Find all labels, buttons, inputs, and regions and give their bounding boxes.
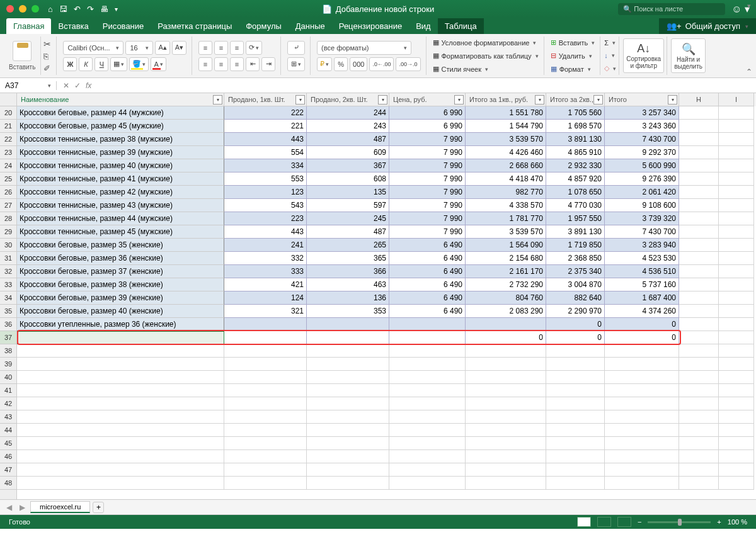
cell[interactable] — [679, 437, 719, 450]
cell[interactable]: 0 — [546, 318, 605, 331]
cell[interactable] — [307, 371, 389, 384]
cell[interactable]: 4 536 510 — [605, 265, 679, 278]
cell[interactable]: 1 781 770 — [466, 212, 546, 225]
cell[interactable]: Кроссовки теннисные, размер 44 (мужские) — [17, 212, 224, 225]
cell[interactable]: 3 243 360 — [605, 120, 679, 133]
cell[interactable]: 597 — [307, 199, 389, 212]
font-size-select[interactable]: 16▾ — [125, 41, 153, 55]
cell[interactable]: 6 490 — [389, 278, 466, 291]
cell[interactable] — [307, 344, 389, 358]
row-header[interactable]: 45 — [0, 437, 16, 450]
cell[interactable] — [546, 397, 605, 410]
column-header[interactable]: Итого▾ — [605, 93, 679, 106]
cell[interactable] — [389, 358, 466, 371]
cell[interactable]: Кроссовки беговые, размер 37 (женские) — [17, 265, 224, 278]
cell[interactable] — [546, 477, 605, 490]
cell[interactable]: 4 865 910 — [546, 146, 605, 159]
copy-icon[interactable]: ⎘ — [43, 52, 51, 61]
cell[interactable] — [719, 410, 754, 424]
comma-style-icon[interactable]: 000 — [350, 57, 367, 71]
cell[interactable] — [224, 344, 307, 358]
row-header[interactable]: 27 — [0, 199, 16, 212]
cell[interactable]: Кроссовки беговые, размер 39 (женские) — [17, 291, 224, 305]
cell[interactable] — [719, 159, 754, 172]
fill-color-button[interactable]: 🪣▾ — [129, 57, 149, 71]
cell[interactable] — [679, 120, 719, 133]
add-sheet-button[interactable]: + — [93, 502, 104, 513]
cell[interactable]: Кроссовки беговые, размер 40 (женские) — [17, 305, 224, 318]
row-header[interactable]: 37 — [0, 331, 16, 344]
cell[interactable] — [307, 331, 389, 344]
cell[interactable]: 123 — [224, 186, 307, 199]
cell[interactable] — [719, 331, 754, 344]
cell[interactable] — [389, 344, 466, 358]
cell[interactable] — [224, 410, 307, 424]
cut-icon[interactable]: ✂ — [43, 39, 51, 49]
cell[interactable] — [466, 384, 546, 397]
cell[interactable]: Кроссовки беговые, размер 36 (женские) — [17, 252, 224, 265]
cell[interactable]: 487 — [307, 225, 389, 239]
cell[interactable]: 487 — [307, 133, 389, 146]
cell[interactable] — [466, 437, 546, 450]
cell[interactable] — [719, 252, 754, 265]
cell[interactable] — [389, 450, 466, 463]
row-header[interactable]: 31 — [0, 252, 16, 265]
cell[interactable] — [719, 239, 754, 252]
cell[interactable] — [719, 278, 754, 291]
cell[interactable] — [605, 358, 679, 371]
row-header[interactable]: 28 — [0, 212, 16, 225]
cell[interactable] — [719, 146, 754, 159]
zoom-in-icon[interactable]: + — [717, 518, 721, 526]
cell[interactable] — [719, 437, 754, 450]
cell[interactable] — [605, 371, 679, 384]
row-header[interactable]: 30 — [0, 239, 16, 252]
cell[interactable] — [719, 291, 754, 305]
cell[interactable] — [605, 397, 679, 410]
row-header[interactable]: 46 — [0, 450, 16, 463]
close-window-icon[interactable] — [6, 5, 14, 13]
sort-filter-button[interactable]: A↓ Сортировка и фильтр — [623, 38, 664, 73]
merge-cells-icon[interactable]: ⊞▾ — [287, 57, 305, 71]
align-bottom-icon[interactable]: ≡ — [230, 41, 244, 55]
cell[interactable]: 367 — [307, 159, 389, 172]
row-header[interactable]: 43 — [0, 410, 16, 424]
ribbon-tab-0[interactable]: Главная — [6, 18, 51, 34]
cell[interactable]: Кроссовки беговые, размер 45 (мужские) — [17, 120, 224, 133]
cell[interactable] — [307, 437, 389, 450]
cell[interactable]: 135 — [307, 186, 389, 199]
cell[interactable]: 2 154 680 — [466, 252, 546, 265]
cell[interactable]: 7 990 — [389, 172, 466, 186]
ribbon-tab-8[interactable]: Таблица — [438, 18, 484, 34]
cell[interactable]: 9 276 390 — [605, 172, 679, 186]
cell[interactable]: 6 490 — [389, 252, 466, 265]
cell[interactable] — [17, 384, 224, 397]
cell[interactable] — [466, 424, 546, 437]
cell[interactable] — [224, 397, 307, 410]
autosum-icon[interactable]: Σ ▾ — [604, 38, 616, 48]
view-page-break-icon[interactable] — [617, 517, 631, 527]
cell[interactable]: 0 — [605, 318, 679, 331]
cell[interactable] — [719, 120, 754, 133]
cell[interactable]: 4 426 460 — [466, 146, 546, 159]
cell[interactable] — [679, 397, 719, 410]
bold-button[interactable]: Ж — [63, 57, 77, 71]
cell[interactable] — [679, 199, 719, 212]
cell[interactable] — [679, 344, 719, 358]
cell[interactable]: 1 544 790 — [466, 120, 546, 133]
save-icon[interactable]: 🖫 — [59, 4, 67, 14]
cell[interactable] — [224, 358, 307, 371]
cell[interactable]: 334 — [224, 159, 307, 172]
undo-icon[interactable]: ↶ — [74, 4, 81, 14]
cell[interactable] — [679, 106, 719, 120]
cell[interactable] — [679, 331, 719, 344]
row-header[interactable]: 25 — [0, 172, 16, 186]
cell[interactable] — [17, 331, 224, 344]
cell[interactable]: 0 — [546, 331, 605, 344]
row-header[interactable]: 48 — [0, 477, 16, 490]
cell[interactable] — [605, 437, 679, 450]
column-header[interactable]: Продано, 1кв. Шт.▾ — [224, 93, 307, 106]
cell[interactable]: 982 770 — [466, 186, 546, 199]
cell[interactable] — [679, 477, 719, 490]
cell[interactable]: 3 283 940 — [605, 239, 679, 252]
cell[interactable]: 2 290 970 — [546, 305, 605, 318]
